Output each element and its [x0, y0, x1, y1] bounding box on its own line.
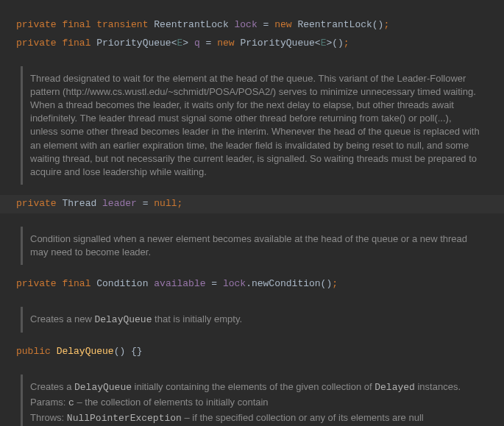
code-line-lock-field[interactable]: private final transient ReentrantLock lo…	[0, 16, 504, 35]
field-available: available	[154, 278, 205, 289]
keyword-transient: transient	[96, 19, 148, 30]
code-line-queue-field[interactable]: private final PriorityQueue<E> q = new P…	[0, 35, 504, 53]
field-lock: lock	[235, 19, 258, 30]
keyword-private: private	[16, 19, 57, 30]
code-line-ctor-empty[interactable]: public DelayQueue() {}	[0, 343, 504, 361]
javadoc-leader: Thread designated to wait for the elemen…	[21, 66, 488, 185]
type-reentrantlock: ReentrantLock	[154, 19, 228, 30]
keyword-null: null	[154, 198, 177, 209]
field-q: q	[194, 38, 200, 49]
keyword-final: final	[62, 19, 90, 30]
javadoc-available: Condition signalled when a newer element…	[21, 227, 488, 265]
field-leader: leader	[102, 198, 137, 209]
keyword-new: new	[274, 19, 291, 30]
code-line-available-field[interactable]: private final Condition available = lock…	[0, 275, 504, 294]
code-line-leader-field[interactable]: private Thread leader = null;	[0, 195, 504, 213]
javadoc-ctor-collection: Creates a DelayQueue initially containin…	[21, 374, 488, 426]
javadoc-ctor-empty: Creates a new DelayQueue that is initial…	[21, 307, 488, 333]
constructor-delayqueue: DelayQueue	[57, 346, 114, 357]
